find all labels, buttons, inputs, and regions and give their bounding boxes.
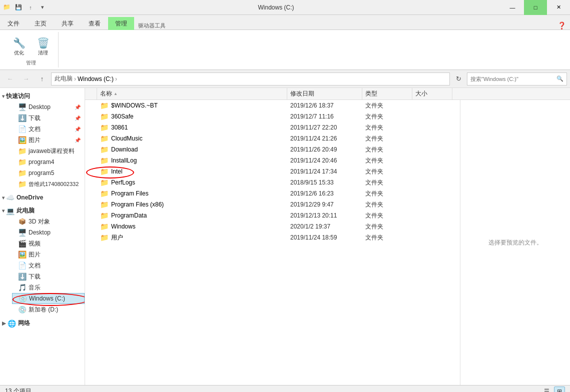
file-name: $WINDOWS.~BT: [111, 102, 158, 109]
tab-home[interactable]: 主页: [27, 17, 54, 30]
table-row[interactable]: 📁 360Safe 2019/12/7 11:16 文件夹: [85, 111, 460, 122]
qat-dropdown[interactable]: ▾: [37, 2, 48, 13]
manage-subtitle: 驱动器工具: [134, 22, 170, 30]
sidebar-item-pics-pc[interactable]: 🖼️ 图片: [12, 249, 85, 260]
desktop-label: Desktop: [29, 104, 73, 110]
sidebar-item-downloads-qa[interactable]: ⬇️ 下载 📌: [12, 112, 85, 124]
onedrive-label: OneDrive: [17, 194, 43, 201]
sidebar-item-windows-c[interactable]: 💿 Windows (C:): [12, 293, 85, 304]
file-type-cell: 文件夹: [362, 133, 412, 144]
sidebar-item-docs-pc[interactable]: 📄 文档: [12, 260, 85, 271]
nav-forward[interactable]: →: [19, 72, 33, 86]
ribbon-cleanup-btn[interactable]: 🗑️ 清理: [32, 35, 54, 58]
sidebar-item-pics-qa[interactable]: 🖼️ 图片 📌: [12, 134, 85, 146]
nav-back[interactable]: ←: [3, 72, 17, 86]
table-row[interactable]: 📁 ProgramData 2019/12/13 20:11 文件夹: [85, 210, 460, 221]
row-spacer: [85, 166, 97, 177]
col-date[interactable]: 修改日期: [287, 88, 362, 100]
main-area: ▾ 快速访问 🖥️ Desktop 📌 ⬇️ 下载 📌 📄 文档 📌 🖼️ 图片: [0, 88, 570, 385]
table-row[interactable]: 📁 PerfLogs 2018/9/15 15:33 文件夹: [85, 177, 460, 188]
refresh-button[interactable]: ↻: [452, 72, 465, 86]
sidebar-item-videos[interactable]: 🎬 视频: [12, 238, 85, 249]
tab-share[interactable]: 共享: [54, 17, 81, 30]
view-toggle: ☰ ⊞: [541, 386, 565, 392]
sidebar-item-downloads-pc[interactable]: ⬇️ 下载: [12, 271, 85, 282]
tab-file[interactable]: 文件: [0, 17, 27, 30]
quick-access-toolbar: 💾 ↑ ▾: [13, 2, 48, 13]
nav-up[interactable]: ↑: [35, 72, 49, 86]
sidebar-item-program5[interactable]: 📁 program5: [12, 168, 85, 178]
col-type[interactable]: 类型: [362, 88, 412, 100]
close-button[interactable]: ✕: [547, 0, 570, 15]
table-row[interactable]: 📁 Windows 2020/1/2 19:37 文件夹: [85, 221, 460, 232]
file-name: Program Files: [111, 190, 149, 197]
sidebar-item-music[interactable]: 🎵 音乐: [12, 282, 85, 293]
sidebar-onedrive-header[interactable]: ▾ ☁️ OneDrive: [0, 192, 85, 202]
file-size-cell: [412, 155, 452, 166]
sidebar-quick-access-header[interactable]: ▾ 快速访问: [0, 90, 85, 102]
help-button[interactable]: ❓: [557, 22, 566, 30]
table-row[interactable]: 📁 Download 2019/11/26 20:49 文件夹: [85, 144, 460, 155]
pics-label: 图片: [29, 136, 73, 144]
sidebar-item-program4[interactable]: 📁 program4: [12, 156, 85, 168]
music-label: 音乐: [29, 284, 81, 292]
row-spacer: [85, 144, 97, 155]
row-spacer: [85, 100, 97, 111]
qat-save[interactable]: 💾: [13, 2, 24, 13]
maximize-button[interactable]: □: [524, 0, 547, 15]
sidebar-item-new-vol[interactable]: 💿 新加卷 (D:): [12, 304, 85, 315]
zengweiwu-label: 曾维武17408002332: [29, 180, 81, 188]
sidebar-item-zengweiwu[interactable]: 📁 曾维武17408002332: [12, 178, 85, 190]
address-box[interactable]: 此电脑 › Windows (C:) ›: [51, 72, 450, 86]
file-date-cell: 2019/11/24 21:26: [287, 133, 362, 144]
view-large-btn[interactable]: ⊞: [554, 386, 565, 392]
table-row[interactable]: 📁 Program Files (x86) 2019/12/29 9:47 文件…: [85, 199, 460, 210]
sidebar-pc-header[interactable]: ▾ 💻 此电脑: [0, 204, 85, 216]
sidebar-item-docs-qa[interactable]: 📄 文档 📌: [12, 124, 85, 134]
file-size-cell: [412, 177, 452, 188]
tab-view[interactable]: 查看: [81, 17, 108, 30]
videos-icon: 🎬: [18, 240, 26, 248]
program5-label: program5: [29, 170, 81, 176]
sidebar-item-desktop-pc[interactable]: 🖥️ Desktop: [12, 227, 85, 238]
minimize-button[interactable]: —: [501, 0, 524, 15]
file-name-cell: 📁 Download: [97, 144, 287, 155]
file-date-cell: 2019/12/7 11:16: [287, 111, 362, 122]
col-size[interactable]: 大小: [412, 88, 452, 100]
col-name[interactable]: 名称 ▲: [97, 88, 287, 100]
table-row[interactable]: 📁 InstallLog 2019/11/24 20:46 文件夹: [85, 155, 460, 166]
title-bar-right: ❓: [557, 22, 570, 30]
row-spacer: [85, 210, 97, 221]
ribbon-optimize-btn[interactable]: 🔧 优化: [8, 35, 30, 58]
file-list-area: 名称 ▲ 修改日期 类型 大小 📁 $WINDOWS.~BT 2019/12/6…: [85, 88, 570, 385]
row-spacer: [85, 177, 97, 188]
file-size-cell: [412, 111, 452, 122]
file-list-content: 📁 $WINDOWS.~BT 2019/12/6 18:37 文件夹 📁 360…: [85, 100, 570, 385]
col-name-label: 名称: [100, 90, 112, 98]
table-row[interactable]: 📁 $WINDOWS.~BT 2019/12/6 18:37 文件夹: [85, 100, 460, 111]
sidebar-item-desktop-qa[interactable]: 🖥️ Desktop 📌: [12, 102, 85, 112]
file-date-cell: 2020/1/2 19:37: [287, 221, 362, 232]
sidebar: ▾ 快速访问 🖥️ Desktop 📌 ⬇️ 下载 📌 📄 文档 📌 🖼️ 图片: [0, 88, 85, 385]
sidebar-network-header[interactable]: ▶ 🌐 网络: [0, 317, 85, 328]
file-size-cell: [412, 166, 452, 177]
view-details-btn[interactable]: ☰: [541, 386, 552, 392]
search-input[interactable]: [470, 76, 554, 82]
sidebar-item-3d[interactable]: 📦 3D 对象: [12, 216, 85, 227]
table-row[interactable]: 📁 CloudMusic 2019/11/24 21:26 文件夹: [85, 133, 460, 144]
downloads-label: 下载: [29, 114, 73, 122]
file-size-cell: [412, 100, 452, 111]
tab-manage[interactable]: 管理: [108, 17, 134, 30]
table-row[interactable]: 📁 Intel 2019/11/24 17:34 文件夹: [85, 166, 460, 177]
downloads-pc-label: 下载: [29, 272, 81, 281]
folder-icon: 📁: [100, 168, 109, 176]
pc-icon: 💻: [6, 207, 15, 215]
3d-label: 3D 对象: [29, 218, 81, 226]
search-box[interactable]: 🔍: [467, 72, 567, 86]
qat-up[interactable]: ↑: [25, 2, 36, 13]
table-row[interactable]: 📁 Program Files 2019/12/6 16:23 文件夹: [85, 188, 460, 199]
sidebar-item-javaweb[interactable]: 📁 javaweb课程资料: [12, 146, 85, 156]
table-row[interactable]: 📁 30861 2019/11/27 22:20 文件夹: [85, 122, 460, 133]
file-type-cell: 文件夹: [362, 232, 412, 243]
table-row[interactable]: 📁 用户 2019/11/24 18:59 文件夹: [85, 232, 460, 243]
